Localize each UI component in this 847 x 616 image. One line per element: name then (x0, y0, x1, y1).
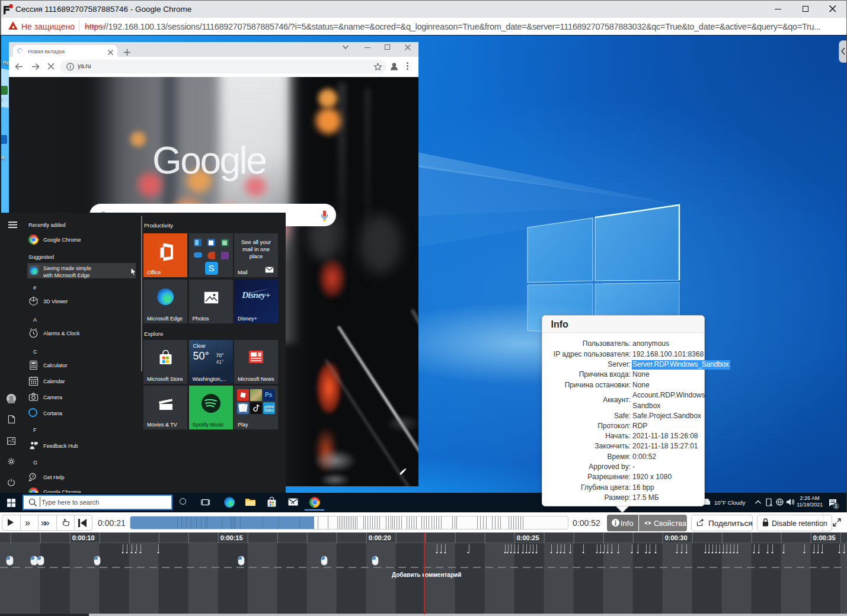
svg-text:?: ? (31, 474, 34, 479)
